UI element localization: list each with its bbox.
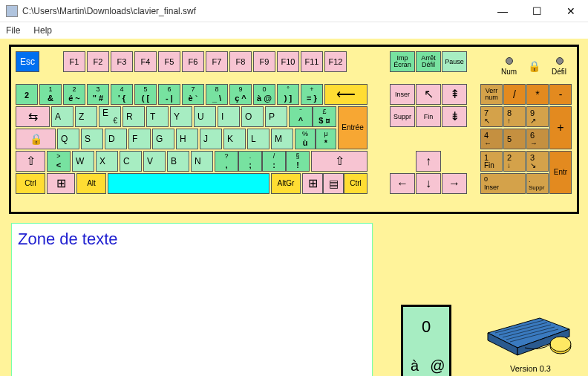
key-arrow-right[interactable]: → <box>442 173 467 194</box>
key-less[interactable]: >< <box>47 151 71 172</box>
key-exclaim[interactable]: §! <box>286 151 310 172</box>
key-row1-11[interactable]: °) ] <box>277 84 299 105</box>
key-numpad-3[interactable]: 3↘ <box>526 151 549 172</box>
close-button[interactable]: ✕ <box>554 0 588 22</box>
key-h[interactable]: H <box>176 129 198 149</box>
key-colon[interactable]: /: <box>262 151 286 172</box>
key-row1-10[interactable]: 0à @ <box>253 84 275 105</box>
minimize-button[interactable]: — <box>486 0 520 22</box>
key-v[interactable]: V <box>143 151 166 172</box>
key-f10[interactable]: F10 <box>277 51 299 72</box>
key-j[interactable]: J <box>200 129 222 149</box>
key-space[interactable] <box>108 173 270 194</box>
key-numpad-div[interactable]: / <box>503 84 526 105</box>
menu-help[interactable]: Help <box>33 25 52 36</box>
key-menu[interactable]: ▤ <box>323 173 344 194</box>
key-row1-8[interactable]: 8_ \ <box>206 84 228 105</box>
key-numpad-7[interactable]: 7↖ <box>480 106 503 127</box>
key-k[interactable]: K <box>223 129 246 149</box>
menu-file[interactable]: File <box>6 25 20 36</box>
key-o[interactable]: O <box>241 106 264 127</box>
key-ctrl-right[interactable]: Ctrl <box>344 173 368 194</box>
key-row1-0[interactable]: 2 <box>16 84 38 105</box>
key-w[interactable]: W <box>72 151 94 172</box>
key-print-screen[interactable]: Imp Écran <box>390 51 415 72</box>
key-numpad-sub[interactable]: - <box>549 84 572 105</box>
key-f5[interactable]: F5 <box>158 51 180 72</box>
key-t[interactable]: T <box>146 106 169 127</box>
key-r[interactable]: R <box>122 106 145 127</box>
key-numpad-4[interactable]: 4← <box>480 129 503 149</box>
key-shift-right[interactable]: ⇧ <box>311 151 368 172</box>
key-numpad-mul[interactable]: * <box>526 84 549 105</box>
key-arrow-down[interactable]: ↓ <box>416 173 441 194</box>
key-b[interactable]: B <box>167 151 189 172</box>
key-f6[interactable]: F6 <box>182 51 204 72</box>
key-l[interactable]: L <box>247 129 270 149</box>
key-scroll-lock[interactable]: Arrêt Défil <box>416 51 441 72</box>
key-home[interactable]: ↖ <box>416 84 441 105</box>
key-f12[interactable]: F12 <box>324 51 347 72</box>
key-x[interactable]: X <box>96 151 118 172</box>
key-f4[interactable]: F4 <box>134 51 157 72</box>
key-d[interactable]: D <box>105 129 127 149</box>
key-arrow-left[interactable]: ← <box>390 173 415 194</box>
key-row1-4[interactable]: 4' { <box>111 84 133 105</box>
maximize-button[interactable]: ☐ <box>520 0 554 22</box>
key-numpad-2[interactable]: 2↓ <box>503 151 526 172</box>
key-alt[interactable]: Alt <box>76 173 106 194</box>
key-ctrl-left[interactable]: Ctrl <box>16 173 45 194</box>
key-row1-12[interactable]: += } <box>301 84 323 105</box>
key-row1-9[interactable]: 9ç ^ <box>229 84 252 105</box>
key-insert[interactable]: Inser <box>390 84 415 105</box>
key-pause[interactable]: Pause <box>442 51 467 72</box>
key-q[interactable]: Q <box>57 129 79 149</box>
key-e[interactable]: E€ <box>99 106 121 127</box>
key-c[interactable]: C <box>120 151 142 172</box>
key-pgup[interactable]: ⇞ <box>442 84 467 105</box>
key-numpad-8[interactable]: 8↑ <box>503 106 526 127</box>
key-altgr[interactable]: AltGr <box>271 173 301 194</box>
key-s[interactable]: S <box>81 129 103 149</box>
key-win-left[interactable]: ⊞ <box>47 173 75 194</box>
key-z[interactable]: Z <box>75 106 97 127</box>
key-row1-5[interactable]: 5( [ <box>134 84 157 105</box>
key-m[interactable]: M <box>271 129 293 149</box>
key-semicolon[interactable]: .; <box>238 151 262 172</box>
key-esc[interactable]: Esc <box>16 51 39 72</box>
key-p[interactable]: P <box>265 106 287 127</box>
key-row1-1[interactable]: 1& <box>39 84 62 105</box>
key-enter[interactable]: Entrée <box>338 106 368 149</box>
key-pgdn[interactable]: ⇟ <box>442 106 467 127</box>
key-backspace[interactable]: ⟵ <box>324 84 368 105</box>
key-caps-lock[interactable]: 🔒 <box>16 129 56 149</box>
key-tab[interactable]: ⇆ <box>16 106 50 127</box>
key-numpad-dot[interactable]: .Suppr <box>526 173 549 194</box>
key-circumflex[interactable]: ¨^ <box>289 106 313 127</box>
key-numpad-1[interactable]: 1Fin <box>480 151 503 172</box>
key-win-right[interactable]: ⊞ <box>302 173 323 194</box>
key-f3[interactable]: F3 <box>111 51 133 72</box>
key-row1-3[interactable]: 3" # <box>87 84 109 105</box>
key-f8[interactable]: F8 <box>229 51 252 72</box>
key-f7[interactable]: F7 <box>206 51 228 72</box>
key-numpad-5[interactable]: 5 <box>503 129 526 149</box>
key-numpad-add[interactable]: + <box>549 106 572 149</box>
key-f[interactable]: F <box>128 129 151 149</box>
key-y[interactable]: Y <box>170 106 192 127</box>
key-shift-left[interactable]: ⇧ <box>16 151 45 172</box>
key-arrow-up[interactable]: ↑ <box>416 151 441 172</box>
key-g[interactable]: G <box>152 129 174 149</box>
key-n[interactable]: N <box>191 151 213 172</box>
key-f2[interactable]: F2 <box>87 51 109 72</box>
key-row1-6[interactable]: 6- | <box>158 84 180 105</box>
key-numpad-enter[interactable]: Entr <box>549 151 572 194</box>
key-a[interactable]: A <box>51 106 74 127</box>
key-f1[interactable]: F1 <box>63 51 85 72</box>
key-f11[interactable]: F11 <box>301 51 323 72</box>
key-i[interactable]: I <box>218 106 240 127</box>
key-row1-7[interactable]: 7è ` <box>182 84 204 105</box>
key-numlock[interactable]: Verr num <box>480 84 503 105</box>
key-f9[interactable]: F9 <box>253 51 275 72</box>
key-numpad-9[interactable]: 9↗ <box>526 106 549 127</box>
